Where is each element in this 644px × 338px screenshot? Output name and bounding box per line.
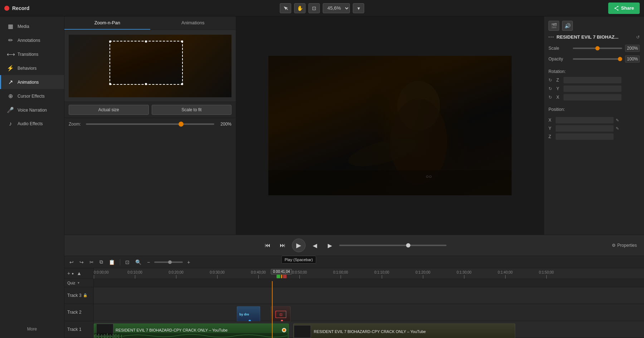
sidebar-item-label: Transitions (18, 52, 38, 57)
preview-area: ○○ (236, 16, 544, 235)
rewind-button[interactable]: ⏮ (262, 240, 273, 251)
main-clip-1[interactable]: RESIDENT EVIL 7 BIOHAZARD-CPY CRACK ONLY… (94, 323, 289, 338)
transitions-icon: ⟷ (7, 51, 14, 58)
sidebar-item-voice-narration[interactable]: 🎤 Voice Narration (0, 103, 64, 117)
copy-button[interactable]: ⧉ (98, 258, 104, 266)
crop-tool[interactable]: ⊡ (308, 3, 320, 13)
opacity-slider[interactable] (573, 58, 622, 60)
undo-button[interactable]: ↩ (68, 259, 75, 266)
rotation-z-input[interactable]: 0,0° (564, 77, 621, 83)
position-y-input[interactable]: -256,3 (556, 125, 614, 132)
timeline-zoom-slider[interactable] (154, 261, 183, 263)
zoom-select[interactable]: 45,6% (323, 3, 350, 13)
play-button[interactable]: ▶ (292, 239, 306, 252)
share-button[interactable]: Share (608, 3, 640, 14)
add-track-button[interactable]: + (67, 270, 70, 276)
sidebar-item-cursor-effects[interactable]: ⊕ Cursor Effects (0, 89, 64, 103)
track3 (94, 287, 644, 304)
position-section: Position: X 591 ✎ Y -256,3 ✎ Z 0,0 (548, 107, 640, 142)
sidebar-item-label: Behaviors (18, 66, 36, 71)
ruler-mark-110: 0:1:10;00 (382, 275, 382, 279)
annotation-clip-2[interactable]: ⊡ (271, 306, 291, 323)
more-button[interactable]: More (0, 323, 64, 335)
scale-value: 200% (625, 45, 640, 52)
hand-tool[interactable]: ✋ (294, 3, 306, 13)
track-collapse-button[interactable]: ▲ (75, 270, 83, 277)
resize-handle-br[interactable] (181, 83, 183, 85)
redo-button[interactable]: ↪ (78, 259, 85, 266)
playhead-time-indicator: 0:00:41;04 (271, 269, 292, 278)
properties-button[interactable]: ⚙ Properties (612, 243, 637, 248)
scale-to-fit-button[interactable]: Scale to fit (152, 105, 232, 115)
refresh-icon[interactable]: ↺ (636, 35, 640, 40)
track3-label[interactable]: Track 3 🔒 (64, 287, 93, 304)
resize-handle-tl[interactable] (109, 40, 111, 43)
app-title: Record (12, 5, 29, 11)
resize-handle-tr[interactable] (181, 40, 183, 43)
sidebar-item-label: Animations (18, 80, 39, 85)
rotation-x-icon: ↻ (548, 95, 554, 100)
svg-rect-30 (120, 336, 121, 337)
sidebar-item-transitions[interactable]: ⟷ Transitions (0, 47, 64, 61)
sidebar-item-annotations[interactable]: ✏ Annotations (0, 33, 64, 47)
actual-size-button[interactable]: Actual size (69, 105, 149, 115)
zoom-in-button[interactable]: + (186, 259, 191, 266)
svg-rect-17 (101, 334, 102, 338)
next-frame-button[interactable]: ▶ (324, 240, 336, 251)
cut-button[interactable]: ✂ (88, 259, 95, 266)
position-y-edit-icon[interactable]: ✎ (616, 126, 619, 131)
svg-rect-14 (97, 335, 98, 337)
ruler-mark-30: 0:0:30;00 (217, 275, 218, 279)
tab-zoom-n-pan[interactable]: Zoom-n-Pan (64, 16, 150, 30)
clip-end-handle[interactable] (282, 328, 286, 332)
step-forward-button[interactable]: ⏭ (277, 240, 288, 251)
search-timeline[interactable]: 🔍 (134, 259, 143, 266)
playhead-time: 0:00:41;04 (271, 269, 292, 274)
sidebar-item-behaviors[interactable]: ⚡ Behaviors (0, 61, 64, 75)
clip-title: RESIDENT EVIL 7 BIOHAZ... (557, 34, 634, 40)
annotation-icon: ⊡ (275, 311, 286, 318)
quiz-dropdown-icon[interactable]: ▾ (78, 281, 79, 285)
marker-red (283, 275, 287, 278)
rotation-x-input[interactable]: 0,0° (564, 94, 621, 101)
track2-label[interactable]: Track 2 (64, 304, 93, 321)
ruler-mark-10: 0:0:10;00 (135, 275, 135, 279)
main-clip-2[interactable]: RESIDENT EVIL 7 BIOHAZARD-CPY CRACK ONLY… (293, 323, 515, 338)
timeline-markers (277, 275, 287, 278)
track1-label[interactable]: Track 1 (64, 321, 93, 338)
ruler-mark-150: 0:1:50;00 (546, 275, 547, 279)
zoom-slider[interactable] (86, 123, 214, 125)
annotation-clip-1[interactable]: by dre (237, 306, 260, 323)
track-header: + ● ▲ (64, 268, 93, 279)
resize-handle-bm[interactable] (145, 83, 147, 85)
position-z-axis: Z (548, 134, 553, 139)
position-z-input[interactable]: 0,0 (556, 133, 614, 140)
quiz-track-label[interactable]: Quiz ▾ (64, 279, 93, 287)
resize-handle-bl[interactable] (109, 83, 111, 85)
position-x-edit-icon[interactable]: ✎ (616, 118, 619, 123)
rotation-y-input[interactable]: 0,0° (564, 85, 621, 92)
paste-button[interactable]: 📋 (107, 259, 116, 266)
zoom-out-button[interactable]: − (146, 259, 151, 266)
svg-rect-20 (106, 335, 106, 338)
split-button[interactable]: ⊡ (124, 259, 131, 266)
sidebar-item-animations[interactable]: ↗ Animations (0, 75, 64, 89)
position-y-axis: Y (548, 126, 553, 131)
playback-progress[interactable] (339, 245, 447, 246)
sidebar-item-audio-effects[interactable]: ♪ Audio Effects (0, 117, 64, 131)
position-x-input[interactable]: 591 (556, 117, 614, 123)
sidebar-item-media[interactable]: ▦ Media (0, 19, 64, 33)
zoom-dropdown-btn[interactable]: ▾ (353, 3, 364, 13)
zoom-selection-frame[interactable] (109, 41, 183, 85)
film-icon-btn[interactable]: 🎬 (548, 21, 559, 31)
cursor-tool[interactable] (280, 3, 291, 13)
zoom-canvas (69, 35, 231, 97)
svg-rect-29 (118, 334, 119, 338)
scale-slider[interactable] (573, 48, 622, 49)
prev-frame-button[interactable]: ◀ (309, 240, 321, 251)
svg-rect-15 (98, 334, 99, 338)
tab-animations[interactable]: Animations (150, 16, 236, 30)
audio-icon-btn[interactable]: 🔊 (562, 21, 573, 31)
rotation-z-row: ↻ Z 0,0° (548, 77, 640, 83)
panel-dots: ••• (548, 35, 555, 39)
